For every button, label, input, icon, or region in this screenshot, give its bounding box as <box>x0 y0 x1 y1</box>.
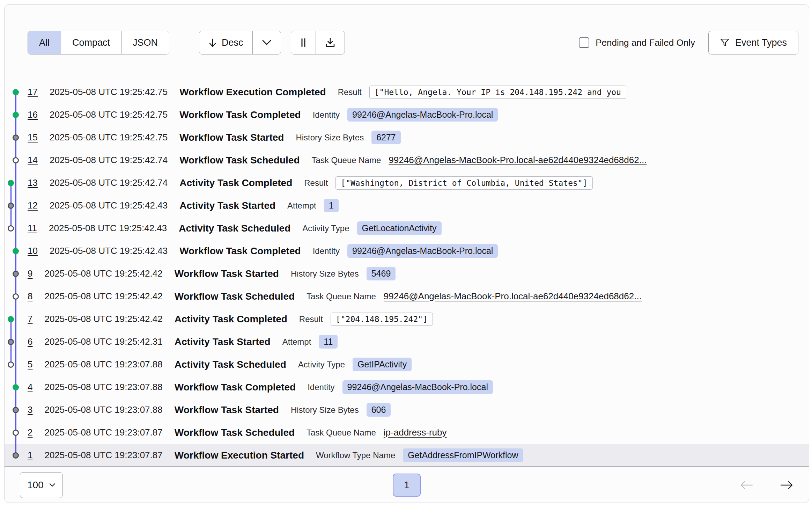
event-timestamp: 2025-05-08 UTC 19:25:42.74 <box>50 177 168 188</box>
arrow-down-icon <box>208 38 217 47</box>
next-page-button[interactable] <box>780 481 793 490</box>
event-status-dot <box>13 89 19 95</box>
event-attr-value: 6277 <box>371 131 401 144</box>
sort-order-dropdown-button[interactable] <box>252 31 281 54</box>
event-row[interactable]: 11 2025-05-08 UTC 19:25:42.43 Activity T… <box>5 217 809 240</box>
task-queue-link[interactable]: ip-address-ruby <box>384 427 447 438</box>
event-attr-value: 11 <box>319 335 338 349</box>
event-name: Activity Task Scheduled <box>179 223 290 234</box>
event-id-link[interactable]: 11 <box>28 223 37 234</box>
event-row[interactable]: 7 2025-05-08 UTC 19:25:42.42 Activity Ta… <box>5 308 809 330</box>
view-mode-tabs: AllCompactJSON <box>28 31 169 54</box>
event-row[interactable]: 15 2025-05-08 UTC 19:25:42.75 Workflow T… <box>5 126 809 149</box>
page-size-select[interactable]: 100 <box>20 472 63 498</box>
pause-button[interactable] <box>291 31 316 54</box>
event-timestamp: 2025-05-08 UTC 19:25:42.42 <box>44 291 162 302</box>
chevron-down-icon <box>49 483 56 487</box>
event-row[interactable]: 8 2025-05-08 UTC 19:25:42.42 Workflow Ta… <box>5 285 809 308</box>
event-history-panel: AllCompactJSON Desc <box>4 4 809 503</box>
event-attr-label: History Size Bytes <box>296 133 364 142</box>
event-timestamp: 2025-05-08 UTC 19:25:42.43 <box>49 223 167 234</box>
event-id-link[interactable]: 10 <box>28 246 38 256</box>
event-name: Workflow Task Scheduled <box>175 427 295 438</box>
task-queue-link[interactable]: 99246@Angelas-MacBook-Pro.local-ae62d440… <box>389 155 647 166</box>
event-id-link[interactable]: 16 <box>28 109 38 120</box>
event-status-dot <box>8 203 14 209</box>
pending-failed-filter[interactable]: Pending and Failed Only <box>579 37 695 48</box>
event-name: Activity Task Started <box>175 336 271 347</box>
view-tab-compact[interactable]: Compact <box>61 31 121 54</box>
event-row[interactable]: 17 2025-05-08 UTC 19:25:42.75 Workflow E… <box>5 81 809 103</box>
event-attr-value: 606 <box>367 403 391 417</box>
sort-order-button[interactable]: Desc <box>199 31 252 54</box>
event-id-link[interactable]: 5 <box>28 359 32 370</box>
view-tab-all[interactable]: All <box>28 31 61 54</box>
event-timestamp: 2025-05-08 UTC 19:25:42.75 <box>50 109 168 120</box>
event-id-link[interactable]: 7 <box>28 314 32 324</box>
event-name: Workflow Task Started <box>175 404 279 416</box>
download-button[interactable] <box>316 31 345 54</box>
event-table: 17 2025-05-08 UTC 19:25:42.75 Workflow E… <box>5 81 809 467</box>
event-id-link[interactable]: 14 <box>28 155 38 166</box>
pending-failed-checkbox[interactable] <box>579 37 589 48</box>
pause-icon <box>300 38 307 47</box>
event-attr-value: ["Hello, Angela. Your IP is 204.148.195.… <box>369 86 626 99</box>
event-id-link[interactable]: 2 <box>28 427 32 438</box>
event-row[interactable]: 14 2025-05-08 UTC 19:25:42.74 Workflow T… <box>5 149 809 171</box>
event-id-link[interactable]: 6 <box>28 336 32 347</box>
task-queue-link[interactable]: 99246@Angelas-MacBook-Pro.local-ae62d440… <box>384 291 642 302</box>
event-id-link[interactable]: 4 <box>28 382 32 393</box>
event-row[interactable]: 2 2025-05-08 UTC 19:23:07.87 Workflow Ta… <box>5 421 809 444</box>
event-row[interactable]: 12 2025-05-08 UTC 19:25:42.43 Activity T… <box>5 194 809 217</box>
event-row[interactable]: 9 2025-05-08 UTC 19:25:42.42 Workflow Ta… <box>5 262 809 285</box>
event-row[interactable]: 13 2025-05-08 UTC 19:25:42.74 Activity T… <box>5 171 809 194</box>
event-row[interactable]: 10 2025-05-08 UTC 19:25:42.43 Workflow T… <box>5 240 809 262</box>
prev-page-button[interactable] <box>740 481 753 490</box>
event-id-link[interactable]: 12 <box>28 200 38 211</box>
event-attr-value: GetAddressFromIPWorkflow <box>403 448 523 462</box>
event-row[interactable]: 16 2025-05-08 UTC 19:25:42.75 Workflow T… <box>5 103 809 126</box>
event-status-dot <box>13 293 19 300</box>
event-attr-label: Attempt <box>282 337 311 347</box>
event-id-link[interactable]: 13 <box>28 177 38 188</box>
event-name: Activity Task Completed <box>175 314 287 325</box>
event-id-link[interactable]: 9 <box>28 268 32 279</box>
event-row[interactable]: 4 2025-05-08 UTC 19:23:07.88 Workflow Ta… <box>5 376 809 398</box>
event-attr-value: ["204.148.195.242"] <box>331 313 433 326</box>
event-status-dot <box>13 134 19 141</box>
event-status-dot <box>13 112 19 118</box>
event-row[interactable]: 6 2025-05-08 UTC 19:25:42.31 Activity Ta… <box>5 330 809 353</box>
event-types-button[interactable]: Event Types <box>708 31 798 54</box>
event-name: Workflow Task Completed <box>179 109 301 120</box>
event-status-dot <box>13 407 19 413</box>
event-row[interactable]: 3 2025-05-08 UTC 19:23:07.88 Workflow Ta… <box>5 398 809 421</box>
event-name: Workflow Task Started <box>179 132 284 143</box>
event-status-dot <box>13 430 19 436</box>
event-id-link[interactable]: 15 <box>28 132 38 143</box>
event-id-link[interactable]: 8 <box>28 291 32 302</box>
event-row[interactable]: 5 2025-05-08 UTC 19:23:07.88 Activity Ta… <box>5 353 809 376</box>
event-timestamp: 2025-05-08 UTC 19:25:42.31 <box>44 336 162 347</box>
event-status-dot <box>8 339 14 345</box>
event-id-link[interactable]: 1 <box>28 450 32 461</box>
event-status-dot <box>8 225 14 232</box>
event-name: Workflow Task Completed <box>179 246 301 257</box>
event-attr-label: Result <box>338 87 362 97</box>
event-id-link[interactable]: 17 <box>28 87 38 97</box>
event-attr-value: GetIPActivity <box>353 358 412 371</box>
event-attr-label: Result <box>299 314 323 324</box>
current-page-button[interactable]: 1 <box>393 474 421 497</box>
page-size-value: 100 <box>27 480 44 491</box>
sort-control: Desc <box>199 31 281 54</box>
event-attr-value: 99246@Angelas-MacBook-Pro.local <box>342 380 493 394</box>
event-attr-label: Workflow Type Name <box>316 451 395 460</box>
event-attr-label: Identity <box>313 110 340 120</box>
view-tab-json[interactable]: JSON <box>121 31 169 54</box>
event-row[interactable]: 1 2025-05-08 UTC 19:23:07.87 Workflow Ex… <box>5 444 809 467</box>
event-name: Workflow Task Scheduled <box>175 291 295 302</box>
event-status-dot <box>13 248 19 254</box>
event-timestamp: 2025-05-08 UTC 19:23:07.87 <box>44 427 162 438</box>
event-id-link[interactable]: 3 <box>28 404 32 415</box>
event-attr-label: Result <box>304 178 328 188</box>
event-name: Workflow Execution Started <box>175 450 304 461</box>
